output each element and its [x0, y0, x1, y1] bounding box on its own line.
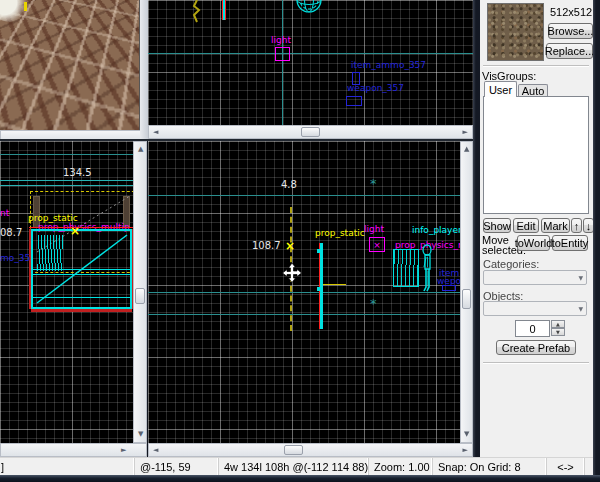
light-entity-box[interactable]: [275, 47, 290, 61]
crate-brush[interactable]: [393, 249, 419, 287]
partial-height-measurement: 08.7: [0, 227, 22, 238]
texture-visgroup-panel: 512x512 Browse... Replace... VisGroups: …: [480, 0, 593, 457]
status-selection-size: 4w 134l 108h @(-112 114 88): [219, 458, 369, 475]
height-measurement: 108.7: [252, 240, 281, 251]
selected-brush[interactable]: [319, 243, 323, 329]
viewport-side-vscrollbar[interactable]: ▲ ▼: [460, 141, 473, 443]
light-entity-label: light: [271, 36, 291, 46]
hammer-editor-window: light item_ammo_357 weapon_357 ◄ ► 134.5…: [0, 0, 600, 482]
scroll-up-icon[interactable]: ▲: [464, 146, 469, 153]
origin-x-marker: ×: [70, 225, 80, 237]
scroll-right-icon[interactable]: ►: [463, 447, 468, 454]
objects-dropdown[interactable]: ▼: [483, 301, 587, 316]
viewport-2d-side[interactable]: 4.8 * * × 108.7 prop_static light × info…: [148, 141, 460, 443]
replace-button[interactable]: Replace...: [546, 43, 593, 59]
rope-entity-zigzag: [191, 0, 203, 23]
status-snap-grid: Snap: On Grid: 8: [433, 458, 547, 475]
sphere-wireframe: [295, 0, 323, 14]
table-cross-brace: [33, 231, 130, 307]
scrollbar-thumb[interactable]: [301, 127, 320, 137]
scroll-left-icon[interactable]: ◄: [153, 447, 158, 454]
axis-line-vertical: [282, 0, 283, 125]
viewport-column-splitter[interactable]: [140, 0, 148, 141]
prefab-angle-input[interactable]: 0: [515, 320, 550, 337]
panel-splitter[interactable]: [473, 0, 480, 457]
helper-yellow-line: [323, 284, 346, 285]
spin-down-icon[interactable]: ▼: [551, 328, 565, 336]
viewport-3d-textured[interactable]: [0, 0, 140, 130]
measure-x-marker: ×: [285, 240, 295, 252]
pan-cursor-icon: [282, 263, 302, 283]
width-measurement: 134.5: [63, 167, 92, 178]
dropdown-arrow-icon: ▼: [578, 306, 583, 312]
axis-line-horizontal: [148, 53, 473, 54]
partial-ammo-label: mo_35: [0, 254, 30, 264]
item-ammo-label: item_ammo_357: [351, 61, 426, 71]
viewport-front-hscrollbar[interactable]: ►: [0, 443, 147, 457]
3d-distant-marker: [24, 2, 27, 11]
spinner-buttons[interactable]: ▲ ▼: [551, 320, 565, 337]
status-message: ]: [0, 458, 135, 475]
weapon-box[interactable]: [346, 96, 362, 106]
dropdown-arrow-icon: ▼: [578, 275, 583, 281]
categories-dropdown[interactable]: ▼: [483, 270, 587, 285]
scrollbar-thumb[interactable]: [135, 288, 145, 304]
window-bottom-border: [0, 475, 600, 482]
create-prefab-button[interactable]: Create Prefab: [496, 340, 576, 355]
path-asterisk-bottom: *: [370, 297, 377, 311]
partial-light-label: nt: [0, 209, 9, 219]
edit-button[interactable]: Edit: [513, 218, 539, 233]
spin-up-icon[interactable]: ▲: [551, 320, 565, 328]
viewport-2d-top[interactable]: light item_ammo_357 weapon_357: [148, 0, 473, 125]
viewport-front-vscrollbar[interactable]: ▲ ▼: [133, 141, 147, 443]
status-nav-arrows: <->: [547, 458, 585, 475]
info-player-label: info_player_s: [412, 226, 460, 236]
toentity-button[interactable]: toEntity: [552, 235, 588, 251]
viewport-2d-front[interactable]: 134.5 prop_static prop_physics_multip × …: [0, 141, 133, 443]
texture-size-label: 512x512: [550, 6, 592, 18]
scroll-up-icon[interactable]: ▲: [138, 146, 143, 153]
path-asterisk-top: *: [370, 177, 377, 191]
gap-measurement: 4.8: [281, 179, 297, 190]
current-texture-preview[interactable]: [487, 3, 544, 61]
scroll-right-icon[interactable]: ►: [463, 129, 468, 136]
scroll-right-icon[interactable]: ►: [121, 447, 126, 454]
show-button[interactable]: Show: [483, 218, 511, 233]
toworld-button[interactable]: toWorld: [517, 235, 550, 251]
table-brush[interactable]: [31, 229, 132, 309]
scrollbar-thumb[interactable]: [284, 445, 303, 455]
weapon-label: weapon_357: [347, 84, 404, 94]
categories-label: Categories:: [483, 258, 539, 270]
scroll-down-icon[interactable]: ▼: [138, 431, 143, 438]
scroll-down-icon[interactable]: ▼: [464, 431, 469, 438]
light-entity-label: light: [364, 225, 384, 235]
light-entity-box[interactable]: ×: [369, 237, 385, 252]
mark-button[interactable]: Mark: [541, 218, 570, 233]
window-right-border: [593, 0, 600, 482]
visgroups-list[interactable]: [483, 96, 589, 214]
prop-static-label: prop_static: [315, 229, 365, 239]
status-cursor-position: @-115, 59: [135, 458, 219, 475]
status-bar: ] @-115, 59 4w 134l 108h @(-112 114 88) …: [0, 457, 593, 475]
player-figure[interactable]: [419, 245, 435, 293]
selected-red-line: [29, 227, 133, 228]
weapon-partial-box[interactable]: [442, 285, 456, 291]
move-up-button[interactable]: ↑: [571, 218, 582, 233]
status-zoom: Zoom: 1.00: [369, 458, 433, 475]
3d-ground-brick-texture: [0, 0, 140, 130]
tab-user[interactable]: User: [484, 81, 517, 97]
move-down-button[interactable]: ↓: [583, 218, 593, 233]
browse-button[interactable]: Browse...: [548, 23, 593, 39]
scrollbar-thumb[interactable]: [462, 289, 471, 309]
selected-brush-edge[interactable]: [222, 0, 226, 20]
viewport-side-hscrollbar[interactable]: ◄ ►: [148, 443, 473, 457]
viewport-top-hscrollbar[interactable]: ◄ ►: [148, 125, 473, 139]
scroll-left-icon[interactable]: ◄: [153, 129, 158, 136]
